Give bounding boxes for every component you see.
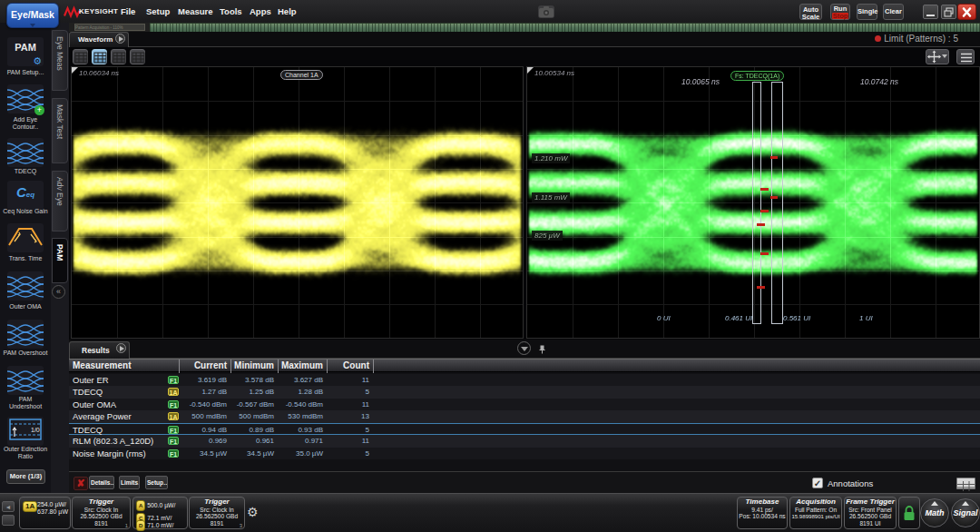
svg-text:1/0: 1/0 [31,427,40,433]
